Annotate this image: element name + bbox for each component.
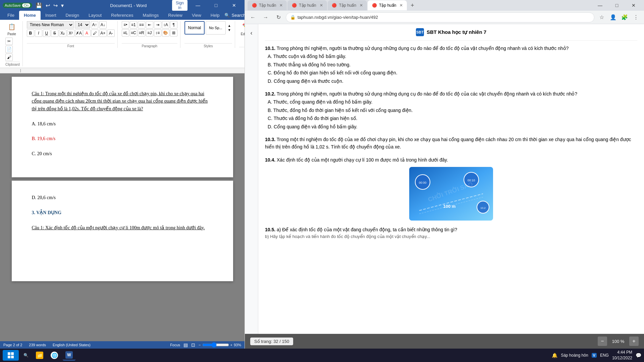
focus-button[interactable]: Focus: [170, 343, 180, 347]
align-center-button[interactable]: ≡C: [130, 29, 137, 37]
styles-group-content: Normal No Sp... ▲ ▼: [184, 21, 232, 43]
taskbar-word[interactable]: W: [63, 350, 75, 361]
increase-indent-button[interactable]: ⇥: [154, 21, 161, 28]
notification-icon[interactable]: 💬: [636, 353, 641, 358]
taskbar-explorer[interactable]: 📁: [33, 350, 46, 361]
cut-button[interactable]: ✂: [5, 38, 13, 45]
tab-home[interactable]: Home: [19, 11, 41, 20]
zoom-out-button[interactable]: −: [598, 337, 607, 346]
refresh-button[interactable]: ↻: [273, 12, 284, 23]
zoom-minus[interactable]: −: [199, 343, 201, 347]
profile-icon[interactable]: 👤: [608, 12, 619, 23]
highlight-button[interactable]: 🖊: [91, 29, 99, 37]
tab-mailings[interactable]: Mailings: [138, 11, 164, 20]
autosave-toggle[interactable]: On: [22, 3, 31, 7]
browser-close[interactable]: ✕: [626, 0, 641, 11]
tab-design[interactable]: Design: [61, 11, 84, 20]
clear-format-button[interactable]: ✗A: [75, 29, 83, 37]
taskbar-search[interactable]: 🔍: [21, 350, 31, 361]
bold-button[interactable]: B: [27, 29, 34, 37]
copy-button[interactable]: 📄: [5, 46, 13, 53]
address-bar[interactable]: 🔒 taphuan.nxbgd.vn/giao-vien/tap-huan/49…: [286, 12, 594, 22]
font-grow-button[interactable]: A↑: [91, 21, 98, 28]
browser-maximize[interactable]: □: [609, 0, 625, 11]
taskbar-clock: 4:44 PM: [617, 350, 632, 355]
tab-review[interactable]: Review: [163, 11, 187, 20]
browser-tab-1[interactable]: 🔴 Tập huấn ✕: [248, 0, 287, 10]
minimize-button[interactable]: —: [190, 0, 206, 11]
subscript-button[interactable]: X₂: [59, 29, 66, 37]
shading-button[interactable]: 🎨: [162, 29, 169, 37]
sort-button[interactable]: ↕A: [162, 21, 169, 28]
ribbon-search[interactable]: Search: [232, 13, 246, 18]
start-button[interactable]: [3, 350, 19, 361]
autosave-badge[interactable]: AutoSave On: [3, 3, 32, 8]
word-scroll[interactable]: Câu 1: Trong một thí nghiệm đo tốc độ củ…: [0, 73, 245, 341]
align-right-button[interactable]: ≡R: [138, 29, 145, 37]
styles-expand[interactable]: ▲ ▼: [227, 21, 232, 35]
strikethrough-button[interactable]: S: [51, 29, 58, 37]
new-tab-button[interactable]: +: [408, 1, 417, 10]
justify-button[interactable]: ≡J: [146, 29, 153, 37]
layout-icon[interactable]: ▤: [183, 342, 188, 348]
zoom-range[interactable]: [202, 342, 229, 348]
browser-minimize[interactable]: —: [592, 0, 608, 11]
tab-insert[interactable]: Insert: [41, 11, 61, 20]
browser-tab-4[interactable]: 🔴 Tập huấn ✕: [368, 0, 407, 10]
underline-button[interactable]: U: [43, 29, 50, 37]
settings-icon[interactable]: ⋮: [631, 12, 641, 23]
zoom-slider[interactable]: − + 93%: [199, 342, 241, 348]
nav-back-btn[interactable]: ‹: [246, 27, 257, 38]
more-icon[interactable]: ▾: [60, 2, 65, 9]
decrease-indent-button[interactable]: ⇤: [146, 21, 153, 28]
zoom-in-button[interactable]: +: [629, 337, 639, 346]
maximize-button[interactable]: □: [208, 0, 224, 11]
font-color-button[interactable]: A: [83, 29, 91, 37]
browser-tab-3[interactable]: 🔴 Tập huấn ✕: [328, 0, 367, 10]
undo-icon[interactable]: ↩: [44, 2, 51, 9]
line-spacing-button[interactable]: ↕≡: [154, 29, 161, 37]
tab-references[interactable]: References: [106, 11, 138, 20]
bookmark-icon[interactable]: ☆: [596, 12, 607, 23]
align-left-button[interactable]: ≡L: [122, 29, 129, 37]
tab-close-4[interactable]: ✕: [399, 3, 403, 8]
tab-close-3[interactable]: ✕: [360, 3, 363, 8]
tab-close-2[interactable]: ✕: [320, 3, 323, 8]
format-painter-button[interactable]: 🖌: [5, 54, 13, 61]
styles-heading1[interactable]: No Sp...: [206, 21, 226, 35]
ruler-indicator: |: [20, 69, 21, 72]
extension-icon[interactable]: 🧩: [619, 12, 630, 23]
taskbar-chrome[interactable]: 🌐: [48, 350, 61, 361]
styles-normal[interactable]: Normal: [184, 21, 205, 35]
tab-layout[interactable]: Layout: [84, 11, 106, 20]
section-header: 3. VẬN DỤNG: [32, 209, 213, 217]
borders-button[interactable]: ⊞: [170, 29, 177, 37]
zoom-plus[interactable]: +: [230, 343, 232, 347]
word-window: AutoSave On 💾 ↩ ↪ ▾ Document1 - Word Sig…: [0, 0, 245, 349]
font-size-dec-button[interactable]: A-: [107, 29, 115, 37]
forward-button[interactable]: →: [260, 12, 271, 23]
layout-icon2[interactable]: ⊡: [191, 342, 195, 348]
browser-bottom-bar: Số trang: 32 / 150 − 100 % +: [245, 334, 644, 349]
close-button[interactable]: ✕: [226, 0, 242, 11]
font-size-inc-button[interactable]: A+: [99, 29, 107, 37]
tab-view[interactable]: View: [187, 11, 206, 20]
browser-tab-2[interactable]: 🔴 Tập huấn ✕: [287, 0, 327, 10]
multilevel-button[interactable]: ≡≡: [138, 21, 145, 28]
font-name-select[interactable]: Times New Roman: [27, 21, 74, 28]
back-button[interactable]: ←: [248, 12, 258, 23]
tab-help[interactable]: Help: [206, 11, 224, 20]
superscript-button[interactable]: X²: [67, 29, 74, 37]
font-size-select[interactable]: 14: [75, 21, 90, 28]
show-marks-button[interactable]: ¶: [170, 21, 177, 28]
sign-in-button[interactable]: Sign in: [172, 0, 187, 11]
italic-button[interactable]: I: [35, 29, 42, 37]
font-shrink-button[interactable]: A↓: [99, 21, 107, 28]
bullets-button[interactable]: ≡•: [122, 21, 129, 28]
tab-close-1[interactable]: ✕: [279, 3, 283, 8]
paste-button[interactable]: 📋 Paste: [5, 21, 18, 37]
tab-file[interactable]: File: [3, 11, 19, 20]
redo-icon[interactable]: ↪: [52, 2, 59, 9]
numbering-button[interactable]: ≡1: [130, 21, 137, 28]
save-icon[interactable]: 💾: [34, 2, 44, 9]
